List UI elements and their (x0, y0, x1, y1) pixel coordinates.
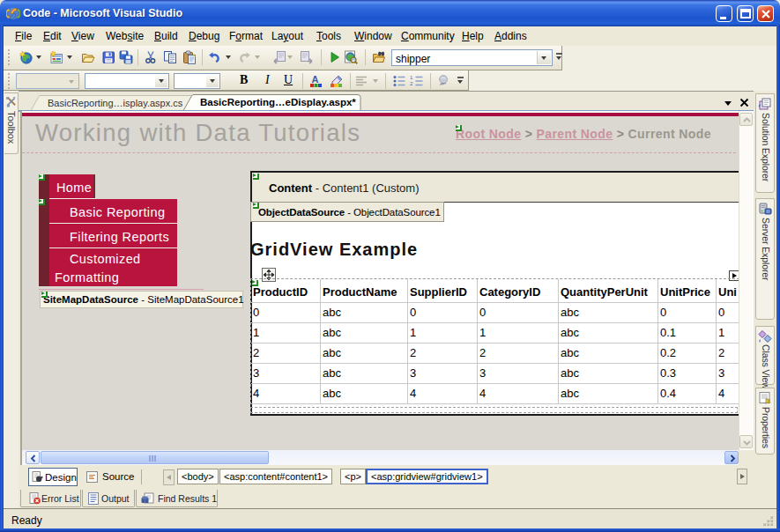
svg-text:1: 1 (410, 75, 413, 80)
svg-text:A: A (312, 74, 319, 85)
svg-text:2: 2 (410, 81, 413, 86)
